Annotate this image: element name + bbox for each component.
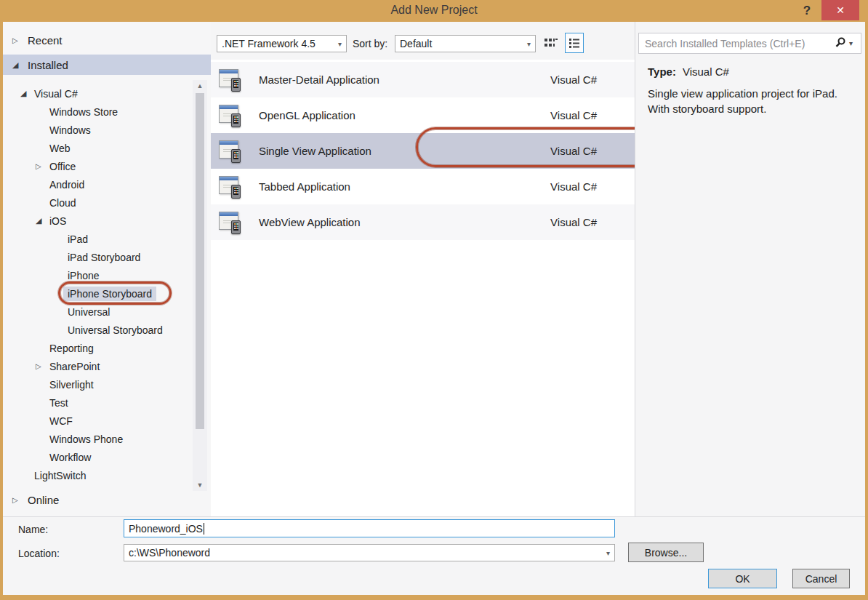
search-options-caret-icon[interactable]: ▾ xyxy=(849,39,861,47)
add-new-project-dialog: Add New Project ? ✕ ▷ Recent ◢ Installed… xyxy=(0,0,868,600)
sidebar-item-label: Workflow xyxy=(49,452,91,463)
list-view-icon xyxy=(568,38,580,48)
scroll-down-icon[interactable]: ▼ xyxy=(193,479,207,491)
template-name: Single View Application xyxy=(259,145,550,157)
sort-value: Default xyxy=(400,38,432,49)
sidebar-item-label: Office xyxy=(49,161,76,172)
name-label: Name: xyxy=(18,524,48,535)
search-input[interactable] xyxy=(639,38,835,49)
sidebar-item-recent[interactable]: ▷ Recent xyxy=(3,31,211,49)
sidebar-item-ipad-storyboard[interactable]: iPad Storyboard xyxy=(3,248,193,266)
sidebar-item-label: iPhone Storyboard xyxy=(63,287,156,301)
sidebar-item-workflow[interactable]: Workflow xyxy=(3,448,193,466)
collapsed-arrow-icon[interactable]: ▷ xyxy=(36,362,46,370)
sidebar-item-label: Windows Phone xyxy=(49,433,123,445)
collapsed-arrow-icon[interactable]: ▷ xyxy=(12,36,24,44)
sidebar-item-label: Online xyxy=(28,494,59,506)
category-sidebar: ▷ Recent ◢ Installed ◢Visual C#Windows S… xyxy=(3,22,211,595)
template-list-panel: .NET Framework 4.5 ▾ Sort by: Default ▾ xyxy=(211,22,635,516)
template-description: Single view application project for iPad… xyxy=(648,86,863,116)
sidebar-item-android[interactable]: Android xyxy=(3,175,193,193)
sidebar-item-lightswitch[interactable]: LightSwitch xyxy=(3,466,193,484)
ok-button[interactable]: OK xyxy=(708,569,777,588)
expanded-arrow-icon[interactable]: ◢ xyxy=(36,216,46,225)
template-row-opengl-application[interactable]: OpenGL ApplicationVisual C# xyxy=(211,97,635,133)
sidebar-item-online[interactable]: ▷ Online xyxy=(3,490,211,509)
sidebar-item-sharepoint[interactable]: ▷SharePoint xyxy=(3,357,193,375)
template-icon xyxy=(218,210,243,235)
sidebar-item-wcf[interactable]: WCF xyxy=(3,412,193,430)
template-name: WebView Application xyxy=(259,216,550,228)
dialog-title: Add New Project xyxy=(0,4,868,17)
sort-dropdown[interactable]: Default ▾ xyxy=(395,35,536,52)
template-row-single-view-application[interactable]: Single View ApplicationVisual C# xyxy=(211,133,635,169)
sidebar-item-windows-phone[interactable]: Windows Phone xyxy=(3,430,193,448)
collapsed-arrow-icon[interactable]: ▷ xyxy=(36,162,46,170)
close-button[interactable]: ✕ xyxy=(821,0,859,20)
sidebar-item-windows-store[interactable]: Windows Store xyxy=(3,103,193,121)
titlebar[interactable]: Add New Project ? ✕ xyxy=(0,0,868,22)
sidebar-item-label: Visual C# xyxy=(34,88,78,100)
template-language: Visual C# xyxy=(550,180,597,193)
template-language: Visual C# xyxy=(550,145,597,157)
sidebar-item-web[interactable]: Web xyxy=(3,139,193,157)
sidebar-item-office[interactable]: ▷Office xyxy=(3,157,193,175)
sidebar-item-label: Universal Storyboard xyxy=(68,324,163,336)
location-dropdown[interactable]: c:\WS\Phoneword ▾ xyxy=(124,544,615,561)
browse-button[interactable]: Browse... xyxy=(628,543,704,562)
sidebar-item-test[interactable]: Test xyxy=(3,393,193,412)
location-value: c:\WS\Phoneword xyxy=(129,547,210,559)
sidebar-item-label: Web xyxy=(49,143,71,154)
sidebar-item-label: Universal xyxy=(68,306,110,318)
sidebar-item-silverlight[interactable]: Silverlight xyxy=(3,375,193,393)
search-icon[interactable] xyxy=(835,36,849,51)
sidebar-item-ipad[interactable]: iPad xyxy=(3,230,193,248)
name-input[interactable]: Phoneword_iOS xyxy=(124,519,615,537)
sidebar-item-label: Windows Store xyxy=(49,106,118,118)
template-row-tabbed-application[interactable]: Tabbed ApplicationVisual C# xyxy=(211,169,635,204)
small-icons-icon xyxy=(544,38,558,48)
scroll-up-icon[interactable]: ▲ xyxy=(193,80,207,92)
sidebar-item-universal-storyboard[interactable]: Universal Storyboard xyxy=(3,321,193,339)
scrollbar-thumb[interactable] xyxy=(196,93,204,429)
sidebar-item-label: Cloud xyxy=(49,197,76,209)
sidebar-item-windows[interactable]: Windows xyxy=(3,121,193,139)
chevron-down-icon: ▾ xyxy=(338,40,342,48)
sidebar-item-label: SharePoint xyxy=(49,361,100,372)
sidebar-item-iphone[interactable]: iPhone xyxy=(3,266,193,284)
template-language: Visual C# xyxy=(550,109,597,121)
template-row-webview-application[interactable]: WebView ApplicationVisual C# xyxy=(211,204,635,240)
expanded-arrow-icon[interactable]: ◢ xyxy=(20,89,31,98)
text-cursor xyxy=(204,523,204,535)
small-icons-view-button[interactable] xyxy=(542,33,560,53)
template-toolbar: .NET Framework 4.5 ▾ Sort by: Default ▾ xyxy=(211,22,635,60)
sidebar-item-reporting[interactable]: Reporting xyxy=(3,339,193,357)
sidebar-item-installed[interactable]: ◢ Installed xyxy=(3,55,211,75)
help-button[interactable]: ? xyxy=(798,2,816,20)
expanded-arrow-icon[interactable]: ◢ xyxy=(12,60,24,70)
sidebar-item-cloud[interactable]: Cloud xyxy=(3,193,193,212)
template-row-master-detail-application[interactable]: Master-Detail ApplicationVisual C# xyxy=(211,62,635,97)
close-icon: ✕ xyxy=(836,4,845,16)
framework-dropdown[interactable]: .NET Framework 4.5 ▾ xyxy=(217,35,347,52)
template-icon xyxy=(218,139,243,164)
sidebar-item-label: WCF xyxy=(49,415,73,427)
list-view-button[interactable] xyxy=(565,33,584,53)
sidebar-item-iphone-storyboard[interactable]: iPhone Storyboard xyxy=(3,284,193,303)
template-name: Tabbed Application xyxy=(259,180,550,193)
sidebar-item-label: Silverlight xyxy=(49,379,94,391)
template-name: OpenGL Application xyxy=(259,109,550,121)
collapsed-arrow-icon[interactable]: ▷ xyxy=(12,496,24,504)
template-icon xyxy=(218,103,243,128)
sidebar-item-ios[interactable]: ◢iOS xyxy=(3,212,193,230)
sidebar-item-universal[interactable]: Universal xyxy=(3,303,193,321)
sidebar-item-visual-c[interactable]: ◢Visual C# xyxy=(3,84,193,103)
sidebar-item-label: Installed xyxy=(28,59,68,71)
sidebar-scrollbar[interactable]: ▲ ▼ xyxy=(193,80,207,491)
template-icon xyxy=(218,68,243,92)
sidebar-item-label: iPad xyxy=(68,233,88,245)
cancel-button[interactable]: Cancel xyxy=(792,569,850,588)
framework-value: .NET Framework 4.5 xyxy=(222,38,316,49)
search-box[interactable]: ▾ xyxy=(638,33,861,54)
sidebar-item-label: Windows xyxy=(49,124,91,136)
